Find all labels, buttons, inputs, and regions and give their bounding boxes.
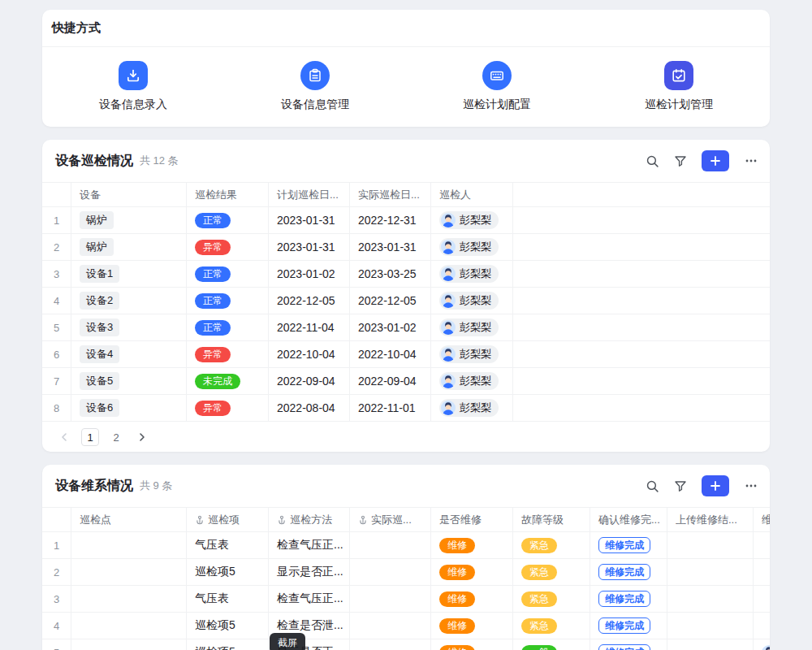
device-link[interactable]: 设备5	[80, 372, 119, 390]
add-record-button[interactable]	[702, 475, 729, 496]
column-header-repair: 是否维修	[431, 508, 513, 531]
point-cell	[71, 559, 187, 585]
planned-date-cell: 2022-10-04	[269, 341, 350, 367]
confirm-repair-button[interactable]: 维修完成	[598, 537, 650, 553]
result-cell: 异常	[187, 395, 269, 421]
repair-cell: 维修	[431, 559, 513, 585]
point-cell	[71, 613, 187, 639]
level-badge: 紧急	[521, 618, 557, 634]
column-header-clipped: 维...	[754, 508, 770, 531]
repair-badge: 维修	[439, 618, 475, 634]
repair-cell: 维修	[431, 613, 513, 639]
maintenance-row[interactable]: 3 气压表 检查气压正... 维修 紧急 维修完成	[42, 586, 770, 613]
planned-date-cell: 2023-01-31	[269, 234, 350, 260]
device-cell: 设备2	[71, 288, 187, 314]
shortcut-plan-manage[interactable]: 巡检计划管理	[588, 47, 770, 126]
shortcuts-title: 快捷方式	[42, 10, 770, 47]
clipped-cell	[754, 639, 770, 650]
add-record-button[interactable]	[702, 150, 729, 171]
inspection-card: 设备巡检情况 共 12 条 设备 巡检结果 计划巡检日... 实际巡检日... …	[42, 140, 770, 452]
row-index: 1	[42, 207, 71, 233]
device-link[interactable]: 设备6	[80, 399, 119, 417]
planned-date-cell: 2022-08-04	[269, 395, 350, 421]
maintenance-row[interactable]: 2 巡检项5 显示是否正... 维修 紧急 维修完成	[42, 559, 770, 586]
more-icon[interactable]	[744, 479, 758, 493]
empty-cell	[513, 314, 770, 340]
inspection-row[interactable]: 7 设备5 未完成 2022-09-04 2022-09-04 彭梨梨	[42, 368, 770, 395]
person-name: 彭梨梨	[460, 293, 491, 308]
column-header-actual: 实际巡...	[350, 508, 431, 531]
shortcut-plan-config[interactable]: 巡检计划配置	[406, 47, 588, 126]
confirm-repair-button[interactable]: 维修完成	[598, 591, 650, 607]
avatar-icon	[441, 240, 456, 254]
column-header-point: 巡检点	[71, 508, 187, 531]
avatar-icon	[441, 401, 456, 415]
repair-cell: 维修	[431, 586, 513, 612]
more-icon[interactable]	[744, 154, 758, 168]
table-header-row: 巡检点 巡检项 巡检方法 实际巡... 是否维修 故障等级 确认维修完... 上…	[42, 508, 770, 532]
result-cell: 异常	[187, 341, 269, 367]
confirm-cell: 维修完成	[590, 613, 667, 639]
shortcut-device-entry[interactable]: 设备信息录入	[42, 47, 224, 126]
filter-icon[interactable]	[674, 479, 687, 492]
status-badge: 异常	[195, 347, 231, 362]
prev-page-button[interactable]	[55, 428, 73, 446]
device-link[interactable]: 锅炉	[80, 211, 114, 229]
filter-icon[interactable]	[674, 154, 687, 167]
empty-cell	[513, 368, 770, 394]
next-page-button[interactable]	[133, 428, 151, 446]
repair-cell: 维修	[431, 532, 513, 558]
status-badge: 正常	[195, 293, 231, 309]
pagination: 1 2	[42, 422, 770, 452]
card-title: 设备巡检情况	[55, 153, 133, 170]
result-cell: 正常	[187, 261, 269, 287]
maintenance-row[interactable]: 1 气压表 检查气压正... 维修 紧急 维修完成	[42, 532, 770, 559]
device-link[interactable]: 设备3	[80, 318, 119, 336]
repair-badge: 维修	[439, 565, 475, 580]
avatar-icon	[762, 645, 770, 650]
result-cell: 正常	[187, 288, 269, 314]
lookup-icon	[195, 515, 205, 525]
shortcut-device-manage[interactable]: 设备信息管理	[224, 47, 406, 126]
clipped-cell	[754, 532, 770, 558]
method-cell: 检查气压正...	[269, 532, 350, 558]
status-badge: 正常	[195, 320, 231, 336]
page-2-button[interactable]: 2	[107, 428, 125, 446]
device-link[interactable]: 设备4	[80, 345, 119, 363]
device-link[interactable]: 设备2	[80, 292, 119, 310]
confirm-repair-button[interactable]: 维修完成	[598, 564, 650, 580]
tooltip: 截屏	[270, 633, 305, 650]
result-cell: 正常	[187, 207, 269, 233]
maintenance-row[interactable]: 5 巡检项5 显示是否正... 维修 一般 维修完成	[42, 639, 770, 650]
row-index: 7	[42, 368, 71, 394]
inspection-row[interactable]: 3 设备1 正常 2023-01-02 2023-03-25 彭梨梨	[42, 261, 770, 288]
confirm-repair-button[interactable]: 维修完成	[598, 644, 650, 650]
record-count: 共 9 条	[140, 479, 172, 493]
row-index: 3	[42, 261, 71, 287]
status-badge: 正常	[195, 213, 231, 228]
person-name: 彭梨梨	[460, 374, 491, 388]
search-icon[interactable]	[646, 479, 659, 493]
actual-cell	[350, 559, 431, 585]
page-1-button[interactable]: 1	[81, 428, 99, 446]
confirm-cell: 维修完成	[590, 532, 667, 558]
repair-badge: 维修	[439, 592, 475, 607]
inspection-row[interactable]: 6 设备4 异常 2022-10-04 2022-10-04 彭梨梨	[42, 341, 770, 368]
inspection-row[interactable]: 5 设备3 正常 2022-11-04 2023-01-02 彭梨梨	[42, 314, 770, 341]
inspection-row[interactable]: 8 设备6 异常 2022-08-04 2022-11-01 彭梨梨	[42, 395, 770, 422]
inspection-row[interactable]: 4 设备2 正常 2022-12-05 2022-12-05 彭梨梨	[42, 288, 770, 314]
device-link[interactable]: 锅炉	[80, 238, 114, 256]
download-tray-icon	[119, 61, 148, 90]
actual-cell	[350, 613, 431, 639]
confirm-repair-button[interactable]: 维修完成	[598, 618, 650, 634]
device-link[interactable]: 设备1	[80, 265, 119, 283]
inspection-row[interactable]: 1 锅炉 正常 2023-01-31 2022-12-31 彭梨梨	[42, 207, 770, 234]
maintenance-row[interactable]: 4 巡检项5 检查是否泄... 维修 紧急 维修完成	[42, 613, 770, 639]
search-icon[interactable]	[646, 154, 659, 168]
shortcuts-row: 设备信息录入 设备信息管理 巡检计划配置 巡检计划管理	[42, 47, 770, 126]
inspection-row[interactable]: 2 锅炉 异常 2023-01-31 2023-01-31 彭梨梨	[42, 234, 770, 261]
upload-cell	[667, 639, 754, 650]
result-cell: 正常	[187, 314, 269, 340]
actual-cell	[350, 532, 431, 558]
lookup-icon	[358, 515, 368, 525]
